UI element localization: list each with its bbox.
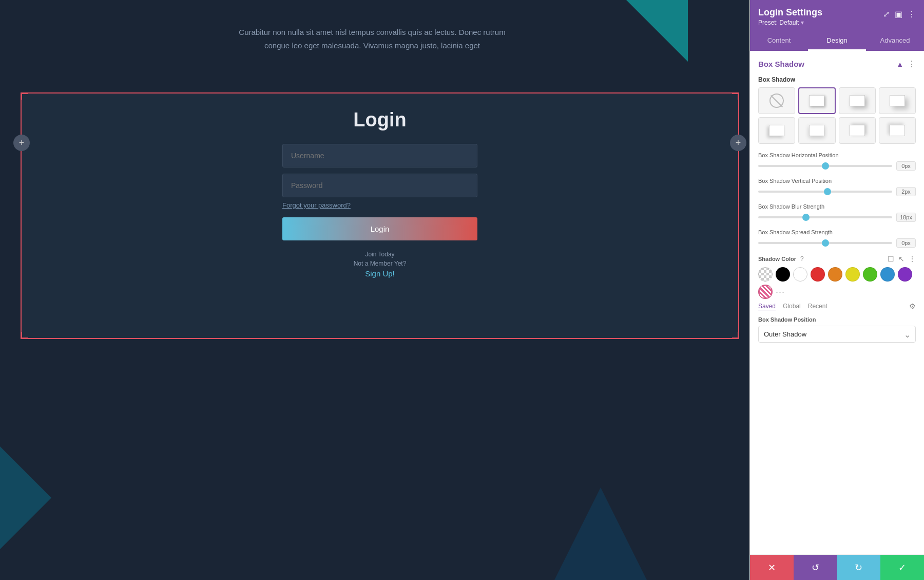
shadow-preset-2[interactable] — [839, 87, 876, 114]
shadow-position-select[interactable]: Outer Shadow Inner Shadow — [758, 326, 916, 343]
shadow-preset-none[interactable] — [758, 87, 795, 114]
shadow-preset-5[interactable] — [798, 117, 835, 144]
shadow-color-icon-3[interactable]: ⋮ — [909, 255, 916, 263]
shadow-position-select-wrapper: Outer Shadow Inner Shadow ⌄ — [758, 326, 916, 343]
shadow-position-row: Box Shadow Position Outer Shadow Inner S… — [758, 316, 916, 343]
panel-header-icons: ⤢ ▣ ⋮ — [883, 9, 916, 19]
vertical-position-control: 2px — [758, 187, 916, 196]
color-tabs: Saved Global Recent ⚙ — [758, 302, 916, 310]
swatch-red[interactable] — [811, 267, 825, 282]
shadow-preset-6[interactable] — [839, 117, 876, 144]
color-more-dots[interactable]: ··· — [776, 287, 785, 297]
swatch-green[interactable] — [863, 267, 877, 282]
preset-value[interactable]: Default — [779, 19, 799, 26]
tab-content[interactable]: Content — [750, 31, 808, 51]
forgot-password-link[interactable]: Forgot your password? — [282, 201, 477, 209]
swatch-white[interactable] — [793, 267, 807, 282]
swatch-black[interactable] — [776, 267, 790, 282]
body-text-line2: congue leo eget malesuada. Vivamus magna… — [0, 39, 744, 52]
color-settings-icon[interactable]: ⚙ — [909, 302, 916, 310]
spread-strength-label: Box Shadow Spread Strength — [758, 229, 916, 235]
columns-icon[interactable]: ▣ — [895, 9, 902, 19]
body-text-block: Curabitur non nulla sit amet nisl tempus… — [0, 26, 744, 52]
horizontal-position-label: Box Shadow Horizontal Position — [758, 152, 916, 158]
horizontal-position-slider[interactable] — [758, 165, 892, 167]
cancel-button[interactable]: ✕ — [750, 555, 794, 580]
confirm-icon: ✓ — [898, 562, 906, 573]
color-tab-saved[interactable]: Saved — [758, 303, 776, 310]
panel-header: Login Settings Preset: Default ▾ ⤢ ▣ ⋮ — [750, 0, 924, 31]
blur-strength-slider-row: Box Shadow Blur Strength 18px — [758, 203, 916, 222]
add-left-column-button[interactable]: + — [13, 135, 30, 151]
blur-strength-value: 18px — [896, 213, 916, 222]
shadow-preset-4[interactable] — [758, 117, 795, 144]
shadow-color-row: Shadow Color ? ☐ ↖ ⋮ — [758, 255, 916, 310]
shadow-presets-grid — [758, 87, 916, 144]
expand-icon[interactable]: ⤢ — [883, 9, 890, 19]
panel-bottom-bar: ✕ ↺ ↻ ✓ — [750, 554, 924, 580]
redo-icon: ↻ — [855, 562, 862, 573]
shadow-preset-1[interactable] — [798, 87, 835, 114]
more-icon[interactable]: ⋮ — [908, 9, 916, 19]
confirm-button[interactable]: ✓ — [880, 555, 924, 580]
shadow-box-3 — [890, 95, 905, 106]
bg-decor-bottom-right — [554, 488, 647, 580]
swatch-transparent[interactable] — [758, 267, 773, 282]
vertical-position-slider[interactable] — [758, 191, 892, 193]
shadow-color-icon-1[interactable]: ☐ — [888, 255, 894, 263]
login-title: Login — [353, 109, 406, 131]
blur-strength-slider[interactable] — [758, 216, 892, 218]
shadow-color-icon-2[interactable]: ↖ — [898, 255, 904, 263]
shadow-color-icons: ☐ ↖ ⋮ — [888, 255, 916, 263]
undo-icon: ↺ — [812, 562, 819, 573]
shadow-none-icon — [769, 93, 784, 108]
shadow-preset-3[interactable] — [879, 87, 916, 114]
shadow-color-label: Shadow Color — [758, 256, 796, 262]
signup-link[interactable]: Sign Up! — [365, 269, 395, 278]
login-form: Forgot your password? Login — [282, 144, 477, 240]
box-shadow-section-title: Box Shadow — [758, 60, 804, 68]
panel-title: Login Settings — [758, 7, 822, 18]
shadow-box-6 — [850, 125, 865, 136]
section-collapse-icon[interactable]: ▲ — [896, 60, 903, 68]
spread-strength-value: 0px — [896, 238, 916, 248]
shadow-preset-7[interactable] — [879, 117, 916, 144]
username-input[interactable] — [282, 144, 477, 167]
swatch-orange[interactable] — [828, 267, 842, 282]
corner-tr — [732, 92, 739, 100]
not-member-label: Not a Member Yet? — [354, 260, 407, 267]
shadow-box-2 — [850, 95, 865, 106]
bg-decor-bottom-left — [0, 446, 51, 549]
shadow-box-1 — [809, 95, 824, 106]
color-tab-recent[interactable]: Recent — [808, 303, 827, 310]
spread-strength-control: 0px — [758, 238, 916, 248]
body-text-line1: Curabitur non nulla sit amet nisl tempus… — [0, 26, 744, 39]
section-menu-icon[interactable]: ⋮ — [908, 59, 916, 69]
add-right-column-button[interactable]: + — [730, 135, 746, 151]
swatch-pink[interactable] — [758, 285, 773, 299]
shadow-color-help-icon[interactable]: ? — [800, 255, 804, 263]
swatch-purple[interactable] — [898, 267, 912, 282]
sub-section-title: Box Shadow — [758, 76, 916, 83]
password-input[interactable] — [282, 174, 477, 197]
corner-bl — [21, 332, 28, 339]
swatch-blue[interactable] — [880, 267, 895, 282]
panel-title-group: Login Settings Preset: Default ▾ — [758, 7, 822, 26]
shadow-color-header: Shadow Color ? ☐ ↖ ⋮ — [758, 255, 916, 263]
redo-button[interactable]: ↻ — [837, 555, 881, 580]
tab-advanced[interactable]: Advanced — [866, 31, 924, 51]
color-tab-global[interactable]: Global — [783, 303, 801, 310]
panel-tabs: Content Design Advanced — [750, 31, 924, 51]
spread-strength-slider[interactable] — [758, 242, 892, 244]
spread-strength-slider-row: Box Shadow Spread Strength 0px — [758, 229, 916, 248]
canvas-area: Curabitur non nulla sit amet nisl tempus… — [0, 0, 749, 580]
preset-label: Preset: — [758, 19, 778, 26]
undo-button[interactable]: ↺ — [794, 555, 837, 580]
login-button[interactable]: Login — [282, 217, 477, 240]
color-swatches: ··· — [758, 267, 916, 299]
settings-panel: Login Settings Preset: Default ▾ ⤢ ▣ ⋮ C… — [749, 0, 924, 580]
horizontal-position-value: 0px — [896, 161, 916, 171]
tab-design[interactable]: Design — [808, 31, 866, 51]
login-module-inner: + + Login Forgot your password? Login Jo… — [22, 109, 738, 278]
swatch-yellow[interactable] — [845, 267, 860, 282]
